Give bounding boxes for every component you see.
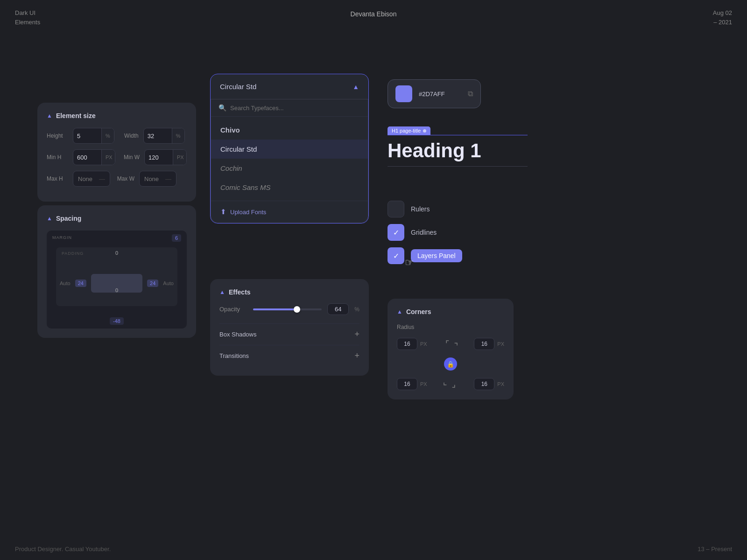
max-h-dash: — <box>99 175 105 182</box>
lock-icon[interactable]: 🔒 <box>444 357 457 371</box>
tl-corner-icon: ⌜ <box>445 340 449 348</box>
opacity-slider-fill <box>253 308 297 310</box>
min-w-input-group[interactable]: PX <box>144 149 187 165</box>
footer-right: 13 – Present <box>698 546 732 553</box>
corners-top-row: PX ⌜ ⌜ PX <box>397 338 504 350</box>
corners-arrow-icon: ▲ <box>397 308 402 315</box>
transitions-label: Transitions <box>219 352 249 359</box>
width-input[interactable] <box>144 133 172 140</box>
height-input-group[interactable]: % <box>73 128 114 144</box>
copy-icon[interactable]: ⧉ <box>468 90 473 98</box>
gridlines-label: Gridlines <box>411 229 437 236</box>
font-item-circular[interactable]: Circular Std <box>211 140 368 159</box>
font-select-bar[interactable]: Circular Std ▲ <box>211 74 368 99</box>
font-list: Chivo Circular Std Cochin Comic Sans MS <box>211 117 368 201</box>
width-label: Width <box>119 133 139 139</box>
max-h-input-group[interactable]: None — <box>73 171 110 187</box>
font-item-comic[interactable]: Comic Sans MS <box>211 178 368 197</box>
gridlines-toggle[interactable]: ✓ <box>388 224 404 241</box>
layers-toggle[interactable]: ✓ <box>388 247 404 264</box>
br-corner-group: PX <box>474 378 504 390</box>
header: Dark UI Elements Devanta Ebison Aug 02 –… <box>0 0 747 35</box>
font-selector-panel: Circular Std ▲ 🔍 Chivo Circular Std Coch… <box>210 74 369 224</box>
br-corner-input[interactable] <box>474 378 494 390</box>
br-corner-unit: PX <box>497 381 504 387</box>
right-auto-label: Auto <box>163 280 174 286</box>
height-unit: % <box>101 128 114 143</box>
right-spacing-badge: 24 <box>147 280 158 287</box>
min-w-label: Min W <box>120 154 140 161</box>
tl-corner-unit: PX <box>420 341 427 347</box>
max-h-value: None <box>78 175 92 182</box>
heading-top-line <box>388 135 528 135</box>
header-app-sub: Elements <box>15 18 40 27</box>
max-w-dash: — <box>165 175 171 182</box>
chevron-up-icon: ▲ <box>352 83 359 91</box>
padding-bottom-value: 0 <box>115 287 118 293</box>
heading-panel: H1 page-title Heading 1 <box>388 126 528 167</box>
min-h-input-group[interactable]: PX <box>73 149 115 165</box>
tr-corner-unit: PX <box>497 341 504 347</box>
font-dropdown: 🔍 Chivo Circular Std Cochin Comic Sans M… <box>211 99 368 223</box>
upload-fonts-row[interactable]: ⬆ Upload Fonts <box>211 201 368 223</box>
padding-top-value: 0 <box>115 250 118 256</box>
heading-tag: H1 page-title <box>388 126 430 135</box>
margin-label: MARGIN <box>52 235 72 240</box>
max-row: Max H None — Max W None — <box>47 171 187 187</box>
heading-tag-dot <box>423 129 426 133</box>
spacing-arrow-icon: ▲ <box>47 215 52 222</box>
header-date-line2: – 2021 <box>713 18 732 27</box>
height-label: Height <box>47 133 68 139</box>
opacity-row: Opacity 64 % <box>219 303 359 315</box>
max-w-value: None <box>144 175 159 182</box>
min-w-input[interactable] <box>145 154 173 161</box>
font-item-chivo[interactable]: Chivo <box>211 120 368 140</box>
width-unit: % <box>172 128 184 143</box>
min-h-unit: PX <box>101 150 115 165</box>
min-h-input[interactable] <box>73 154 101 161</box>
gridlines-toggle-row: ✓ Gridlines <box>388 224 500 241</box>
corners-panel: ▲ Corners Radius PX ⌜ ⌜ PX 🔒 PX ⌜ ⌜ <box>388 299 514 399</box>
header-date-line1: Aug 02 <box>713 8 732 18</box>
effects-arrow-icon: ▲ <box>219 289 225 295</box>
heading-text: Heading 1 <box>388 140 528 161</box>
layers-toggle-row: ✓ Layers Panel <box>388 247 500 264</box>
radius-label: Radius <box>397 324 504 330</box>
rulers-toggle[interactable] <box>388 201 404 217</box>
left-auto-label: Auto <box>60 280 70 286</box>
color-swatch[interactable] <box>395 85 412 102</box>
max-w-input-group[interactable]: None — <box>139 171 176 187</box>
bl-corner-input[interactable] <box>397 378 417 390</box>
tl-corner-group: PX <box>397 338 427 350</box>
tl-corner-input[interactable] <box>397 338 417 350</box>
left-spacing-badge: 24 <box>75 280 86 287</box>
element-size-title: ▲ Element size <box>47 112 187 119</box>
padding-inner: PADDING 0 Auto 24 24 Auto 0 <box>56 247 177 306</box>
box-shadows-row: Box Shadows + <box>219 323 359 345</box>
opacity-slider-track[interactable] <box>253 308 322 310</box>
corners-bottom-row: PX ⌜ ⌜ PX <box>397 378 504 390</box>
tr-corner-input[interactable] <box>474 338 494 350</box>
margin-bottom-value: -48 <box>110 317 124 325</box>
corners-title: ▲ Corners <box>397 308 504 315</box>
header-app-name: Dark UI <box>15 8 40 18</box>
font-item-cochin[interactable]: Cochin <box>211 159 368 178</box>
effects-panel: ▲ Effects Opacity 64 % Box Shadows + Tra… <box>210 279 369 376</box>
height-input[interactable] <box>73 133 101 140</box>
max-h-label: Max H <box>47 175 68 182</box>
bl-corner-group: PX <box>397 378 427 390</box>
header-left: Dark UI Elements <box>15 8 40 27</box>
opacity-value[interactable]: 64 <box>327 303 349 315</box>
min-row: Min H PX Min W PX <box>47 149 187 165</box>
opacity-slider-thumb[interactable] <box>294 306 300 313</box>
width-input-group[interactable]: % <box>143 128 185 144</box>
transitions-add-icon[interactable]: + <box>354 351 359 361</box>
header-date: Aug 02 – 2021 <box>713 8 732 27</box>
rulers-toggle-row: Rulers <box>388 201 500 217</box>
br-corner-icon: ⌜ <box>452 380 456 388</box>
header-author: Devanta Ebison <box>351 10 397 18</box>
font-search-input[interactable] <box>230 105 360 112</box>
element-size-arrow-icon: ▲ <box>47 112 52 119</box>
footer-left: Product Designer. Casual Youtuber. <box>15 546 111 553</box>
box-shadows-add-icon[interactable]: + <box>354 329 359 339</box>
